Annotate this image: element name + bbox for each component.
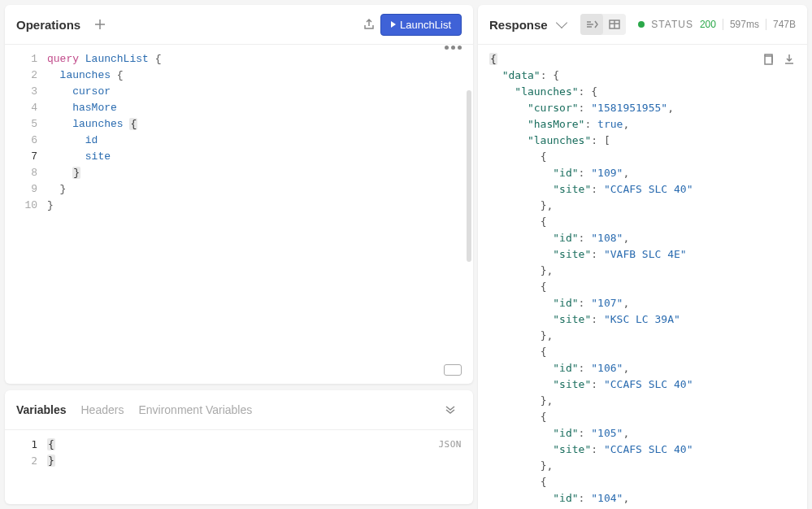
response-dropdown[interactable] — [554, 13, 569, 36]
download-button[interactable] — [783, 53, 796, 71]
response-header: Response STATUS 200 597ms 747B — [478, 5, 807, 45]
line-gutter: 12345678910 — [5, 45, 47, 384]
response-title: Response — [489, 18, 548, 32]
tab-variables[interactable]: Variables — [16, 403, 67, 416]
play-icon — [391, 21, 396, 28]
response-body[interactable]: { "data": { "launches": { "cursor": "158… — [478, 45, 807, 509]
tab-env-vars[interactable]: Environment Variables — [138, 403, 252, 416]
status-group: STATUS 200 597ms 747B — [638, 19, 796, 30]
variables-header: Variables Headers Environment Variables — [5, 390, 473, 430]
response-panel: Response STATUS 200 597ms 747B — [478, 5, 807, 509]
status-code: 200 — [700, 19, 716, 30]
status-label: STATUS — [651, 19, 693, 30]
response-time: 597ms — [730, 19, 759, 30]
code-content[interactable]: {} — [47, 430, 473, 504]
collapse-button[interactable] — [439, 398, 462, 421]
svg-rect-1 — [765, 56, 772, 64]
view-toggle — [580, 14, 626, 35]
status-indicator-icon — [638, 21, 645, 28]
operations-panel: Operations LaunchList 12345678910 query … — [5, 5, 473, 384]
json-format-label: JSON — [439, 437, 462, 453]
operations-title: Operations — [16, 18, 80, 32]
query-editor[interactable]: 12345678910 query LaunchList { launches … — [5, 45, 473, 384]
json-view-button[interactable] — [580, 14, 603, 35]
scrollbar[interactable] — [467, 90, 471, 262]
add-operation-button[interactable] — [89, 13, 111, 36]
line-gutter: 12 — [5, 430, 47, 504]
code-content[interactable]: query LaunchList { launches { cursor has… — [47, 45, 473, 384]
run-button[interactable]: LaunchList — [380, 14, 462, 36]
more-menu-button[interactable] — [445, 46, 462, 50]
operations-header: Operations LaunchList — [5, 5, 473, 45]
response-size: 747B — [773, 19, 796, 30]
chevron-down-icon — [556, 17, 567, 28]
variables-editor[interactable]: 12 {} JSON — [5, 430, 473, 504]
copy-button[interactable] — [762, 53, 775, 71]
variables-panel: Variables Headers Environment Variables … — [5, 390, 473, 504]
tab-headers[interactable]: Headers — [81, 403, 124, 416]
share-button[interactable] — [358, 13, 380, 36]
table-view-button[interactable] — [603, 14, 626, 35]
keyboard-shortcuts-icon[interactable] — [444, 364, 462, 376]
